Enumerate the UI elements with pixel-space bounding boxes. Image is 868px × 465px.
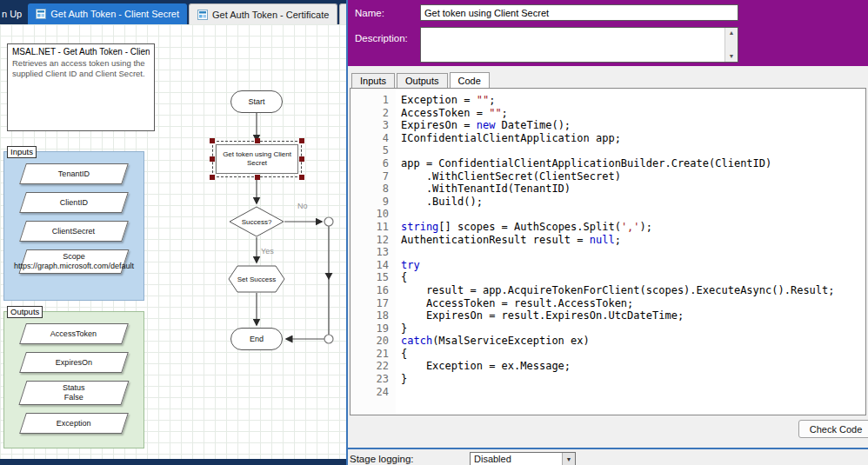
dialog-tab-strip: Inputs Outputs Code [351,73,491,88]
code-token: ExpiresOn = [401,119,477,131]
code-token: AuthenticationResult result = [401,234,590,246]
selection-handle[interactable] [299,138,304,143]
tab-label: Get Auth Token - Client Secret [50,9,179,19]
data-item-stage[interactable]: Exception [19,413,129,434]
tab-label: Get Auth Token - Certificate [212,10,329,20]
data-item-stage[interactable]: ClientSecret [19,221,129,242]
inputs-group[interactable]: Inputs TenantIDClientIDClientSecretScope… [3,151,144,301]
outputs-group-label: Outputs [7,306,43,318]
code-lines[interactable]: Exception = "";AccessToken = "";ExpiresO… [396,89,865,415]
stage-logging-dropdown[interactable]: Disabled ▼ [470,452,576,465]
down-arrowhead [325,273,333,280]
process-note[interactable]: MSAL.NET - Get Auth Token - Client Sec R… [7,43,155,131]
code-token: Exception = [401,94,477,106]
code-line[interactable]: string[] scopes = AuthScopes.Split(','); [401,221,865,234]
line-number: 6 [351,157,389,170]
code-line[interactable]: Exception = ex.Message; [401,360,865,373]
selected-code-stage[interactable]: Get token using Client Secret [212,141,302,177]
selection-handle[interactable] [255,175,260,180]
tab-outputs[interactable]: Outputs [397,73,448,88]
code-line[interactable]: } [401,373,865,386]
code-line[interactable]: { [401,348,865,361]
code-line[interactable]: AuthenticationResult result = null; [401,234,865,247]
code-stage-label[interactable]: Get token using Client Secret [216,144,298,174]
data-item-stage[interactable]: ClientID [19,192,129,213]
tab-partial-right[interactable]: G [339,3,346,24]
tab-get-auth-token-certificate[interactable]: Get Auth Token - Certificate [189,3,337,24]
code-line[interactable]: AccessToken = result.AccessToken; [401,297,865,310]
flowchart-canvas[interactable]: No Yes MSAL.NET - Get Auth Token - Clien… [0,24,346,459]
data-item-stage[interactable]: Status False [19,381,130,405]
code-line[interactable]: result = app.AcquireTokenForClient(scope… [401,284,865,297]
selection-handle[interactable] [210,156,215,162]
description-field: ▲ ▼ [420,27,738,63]
code-line[interactable] [401,246,865,259]
scroll-up-icon[interactable]: ▲ [729,28,735,38]
start-stage[interactable]: Start [230,90,283,113]
tab-code[interactable]: Code [450,72,490,88]
description-scrollbar[interactable]: ▲ ▼ [724,28,738,62]
code-token: DateTime(); [495,119,571,131]
selection-handle[interactable] [210,138,215,143]
code-line[interactable]: app = ConfidentialClientApplicationBuild… [401,157,865,170]
data-item-stage[interactable]: Scope https://graph.microsoft.com/defaul… [19,249,130,274]
line-number: 9 [351,196,389,209]
tab-inputs[interactable]: Inputs [351,73,395,88]
data-item-stage[interactable]: ExpiresOn [19,352,129,373]
data-item-label: TenantID [56,168,92,181]
line-number: 14 [351,259,389,272]
calc-stage[interactable]: Set Success [228,265,285,293]
line-number: 17 [351,297,389,310]
data-item-stage[interactable]: TenantID [19,163,129,184]
stage-logging-value: Disabled [471,453,562,465]
selection-handle[interactable] [210,175,215,180]
code-line[interactable]: try [401,259,865,272]
process-studio-panel: n Up Get Auth Token - Client Secret Get … [0,0,346,465]
decision-stage[interactable]: Success? [229,206,284,237]
tab-get-auth-token-client-secret[interactable]: Get Auth Token - Client Secret [28,3,187,24]
check-code-button[interactable]: Check Code [798,420,868,438]
chevron-down-icon[interactable]: ▼ [562,453,575,465]
selection-handle[interactable] [299,175,304,180]
stage-logging-label: Stage logging: [350,454,414,464]
line-number: 24 [351,386,389,399]
code-line[interactable]: ExpiresOn = result.ExpiresOn.UtcDateTime… [401,309,865,322]
code-line[interactable] [401,144,865,157]
end-stage[interactable]: End [230,328,283,350]
code-line[interactable]: Exception = ""; [401,94,865,107]
line-number: 21 [351,348,389,361]
code-editor[interactable]: 123456789101112131415161718192021222324 … [350,88,866,415]
code-line[interactable]: } [401,322,865,335]
code-line[interactable] [401,208,865,221]
selection-handle[interactable] [255,138,260,143]
data-item-label: Status False [60,382,88,404]
code-line[interactable]: catch(MsalServiceException ex) [401,335,865,348]
link-anchor[interactable] [324,335,333,343]
line-number: 11 [351,221,389,234]
scroll-down-icon[interactable]: ▼ [729,51,735,62]
code-token: string [401,221,438,233]
name-input[interactable] [420,4,738,21]
tab-clean-up-partial[interactable]: n Up [0,3,28,24]
code-line[interactable]: .WithTenantId(TenantID) [401,183,865,196]
code-line[interactable]: .Build(); [401,196,865,209]
outputs-group[interactable]: Outputs AccessTokenExpiresOnStatus False… [3,311,144,448]
selection-handle[interactable] [299,156,304,162]
line-number: 12 [351,234,389,247]
bottom-strip [0,459,346,465]
description-input[interactable] [421,28,724,62]
code-line[interactable]: .WithClientSecret(ClientSecret) [401,170,865,183]
code-line[interactable]: AccessToken = ""; [401,107,865,120]
code-token: .WithTenantId(TenantID) [401,183,571,195]
code-line[interactable] [401,386,865,399]
code-line[interactable]: IConfidentialClientApplication app; [401,132,865,145]
line-number: 23 [351,373,389,386]
data-item-stage[interactable]: AccessToken [19,323,129,344]
inputs-group-label: Inputs [7,146,37,158]
link-anchor[interactable] [324,217,333,226]
code-line[interactable]: ExpiresOn = new DateTime(); [401,119,865,132]
code-line[interactable]: { [401,271,865,284]
page-icon [36,9,46,19]
code-token: ); [640,221,652,233]
bottom-divider [348,448,868,449]
